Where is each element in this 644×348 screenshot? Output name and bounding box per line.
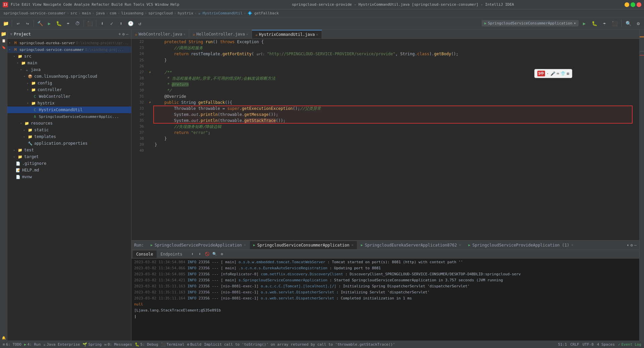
profile-btn[interactable]: ⏱ bbox=[73, 19, 82, 28]
status-build[interactable]: ⚙ Build bbox=[187, 342, 202, 347]
endpoints-tab[interactable]: Endpoints bbox=[157, 251, 186, 258]
git-revert-btn[interactable]: ↺ bbox=[136, 19, 144, 28]
run-tab-eureka-close[interactable]: × bbox=[459, 243, 461, 247]
stop-app-btn[interactable]: ⬛ bbox=[610, 19, 619, 28]
tree-item-consumer[interactable]: ▾ M springcloud-service-consummer D:\xin… bbox=[7, 46, 131, 53]
notifications-icon[interactable]: 🔔 bbox=[1, 335, 7, 341]
ime-grid[interactable]: ⊞ bbox=[567, 71, 569, 76]
menu-edit[interactable]: Edit bbox=[22, 2, 31, 7]
menu-run[interactable]: Run bbox=[124, 2, 131, 7]
bc-java[interactable]: java bbox=[96, 11, 105, 15]
status-messages[interactable]: ✉ 0: Messages bbox=[104, 342, 132, 347]
debug-app-btn[interactable]: 🐛 bbox=[590, 19, 599, 28]
menu-vcs[interactable]: VCS bbox=[146, 2, 153, 7]
tree-item-hystrix[interactable]: ▾ 📁 hystrix bbox=[7, 100, 131, 107]
tree-item-java[interactable]: ▾ ☕ java bbox=[7, 66, 131, 73]
tab-webcontroller[interactable]: ☕ WebController.java × bbox=[131, 30, 189, 39]
console-filter-btn[interactable]: 🔍 bbox=[211, 251, 218, 258]
console-content[interactable]: 2023-03-02 11:34:54.004 INFO 23356 --- [… bbox=[131, 259, 639, 341]
stop-btn[interactable]: ⬛ bbox=[86, 19, 94, 28]
status-event-log[interactable]: ✓ Event Log bbox=[618, 342, 641, 347]
git-push-btn[interactable]: ⬆ bbox=[117, 19, 125, 28]
tree-item-webcontroller[interactable]: C WebController bbox=[7, 93, 131, 100]
maximize-button[interactable] bbox=[631, 2, 635, 7]
tree-item-mvnw[interactable]: 📄 mvnw bbox=[7, 173, 131, 180]
tree-item-hystrixcommandutil[interactable]: C HystrixCommandUtil bbox=[7, 107, 131, 113]
ime-skin[interactable]: 👕 bbox=[560, 71, 566, 76]
run-tab-provide2-close[interactable]: × bbox=[571, 243, 573, 247]
menu-tools[interactable]: Tools bbox=[133, 2, 144, 7]
project-icon[interactable]: 📁 bbox=[1, 31, 7, 37]
console-scroll-btn[interactable]: ⬇ bbox=[197, 251, 203, 258]
bc-src[interactable]: src bbox=[70, 11, 77, 15]
console-clear-btn[interactable]: 🚫 bbox=[204, 251, 211, 258]
tab-hystrixcommandutil[interactable]: ☕ HystrixCommandUtil.java × bbox=[252, 30, 322, 39]
tree-item-resources[interactable]: ▾ 📁 resources bbox=[7, 120, 131, 127]
git-commit-btn[interactable]: ✓ bbox=[107, 19, 116, 28]
run-tab-eureka[interactable]: ▶ SpringcloudEurekaServerApplication8762… bbox=[358, 241, 465, 249]
run-tab-hide[interactable]: — bbox=[634, 243, 637, 248]
bc-method[interactable]: 💠 getFallback bbox=[248, 11, 279, 15]
tree-item-package[interactable]: ▾ 📦 com.lixuanhong.springcloud bbox=[7, 73, 131, 80]
console-scroll-top-btn[interactable]: ⬆ bbox=[189, 251, 196, 258]
run-tab-provide[interactable]: ▶ SpringcloudServiceProvideApplication × bbox=[147, 241, 249, 249]
run-tab-consumer[interactable]: ▶ SpringcloudServiceConsummerApplication… bbox=[250, 241, 357, 249]
bc-springcloud[interactable]: springcloud bbox=[148, 11, 173, 15]
bc-hystrix[interactable]: hystrix bbox=[178, 11, 193, 15]
bc-project[interactable]: springcloud-service-consumer bbox=[3, 11, 65, 15]
undo-btn[interactable]: ↩ bbox=[14, 19, 22, 28]
menu-file[interactable]: File bbox=[11, 2, 20, 7]
menu-analyze[interactable]: Analyze bbox=[74, 2, 90, 7]
status-run[interactable]: ▶ 4: Run bbox=[24, 342, 41, 347]
tree-item-test[interactable]: ▸ 📁 test bbox=[7, 147, 131, 153]
menu-navigate[interactable]: Navigate bbox=[44, 2, 61, 7]
minimize-button[interactable] bbox=[625, 2, 629, 7]
bc-lixuanhong[interactable]: lixuanhong bbox=[121, 11, 143, 15]
menu-help[interactable]: Help bbox=[170, 2, 179, 7]
tree-item-main[interactable]: ▾ 📁 main bbox=[7, 60, 131, 66]
open-folder-btn[interactable]: 📁 bbox=[1, 19, 10, 28]
tree-item-gitignore[interactable]: 📄 .gitignore bbox=[7, 160, 131, 167]
run-tab-settings[interactable]: ⚙ bbox=[631, 243, 633, 248]
run-config-selector[interactable]: ▶ SpringcloudServiceConsummerApplication… bbox=[482, 20, 579, 26]
settings-btn[interactable]: ⚙ bbox=[634, 19, 643, 28]
status-spring[interactable]: 🌱 Spring bbox=[83, 342, 102, 347]
tree-item-main-class[interactable]: A SpringcloudServiceConsummerApplic... bbox=[7, 113, 131, 120]
redo-btn[interactable]: ↪ bbox=[23, 19, 32, 28]
debug-btn[interactable]: 🐛 bbox=[54, 19, 63, 28]
tree-item-templates[interactable]: ▸ 📁 templates bbox=[7, 133, 131, 140]
tree-item-properties[interactable]: ▸ 🔧 application.properties bbox=[7, 140, 131, 147]
tree-item-src[interactable]: ▾ 📁 src bbox=[7, 53, 131, 60]
tab-hellocontroller-close[interactable]: × bbox=[246, 32, 248, 36]
menu-refactor[interactable]: Refactor bbox=[92, 2, 109, 7]
tree-item-controller[interactable]: ▾ 📁 controller bbox=[7, 86, 131, 93]
tab-hellocontroller[interactable]: ☕ HelloController.java × bbox=[189, 30, 252, 39]
project-collapse-btn[interactable]: — bbox=[126, 32, 128, 37]
run-tab-provide-close[interactable]: × bbox=[244, 243, 246, 247]
menu-build[interactable]: Build bbox=[111, 2, 122, 7]
status-terminal[interactable]: ⬛ Terminal bbox=[161, 342, 184, 347]
status-encoding[interactable]: UTF-8 bbox=[583, 342, 594, 347]
console-settings-btn[interactable]: ⚙ bbox=[219, 251, 225, 258]
tree-item-helpmd[interactable]: 📝 HELP.md bbox=[7, 167, 131, 173]
status-crlf[interactable]: CRLF bbox=[570, 342, 579, 347]
status-debug[interactable]: 🐛 5: Debug bbox=[135, 342, 158, 347]
bc-class[interactable]: ☕ HystrixCommandUtil bbox=[198, 11, 243, 15]
tree-item-target[interactable]: ▸ 📁 target bbox=[7, 153, 131, 160]
console-tab[interactable]: Console bbox=[133, 251, 157, 258]
tab-webcontroller-close[interactable]: × bbox=[183, 32, 185, 36]
menu-view[interactable]: View bbox=[33, 2, 42, 7]
git-history-btn[interactable]: 🕐 bbox=[126, 19, 135, 28]
tree-item-config[interactable]: ▸ 📁 config bbox=[7, 80, 131, 86]
status-position[interactable]: 51:1 bbox=[558, 342, 567, 347]
bookmarks-icon[interactable]: 🔖 bbox=[1, 44, 7, 50]
tree-item-eureka[interactable]: ▾ M springcloud-eureka-server D:\xinchen… bbox=[7, 40, 131, 46]
tab-hystrixcommandutil-close[interactable]: × bbox=[316, 33, 318, 37]
tree-item-static[interactable]: ▸ 📁 static bbox=[7, 127, 131, 133]
menu-window[interactable]: Window bbox=[155, 2, 168, 7]
status-java-enterprise[interactable]: ☕ Java Enterprise bbox=[43, 342, 80, 347]
find-btn[interactable]: 🔍 bbox=[624, 19, 633, 28]
code-editor[interactable]: S中 · 🎤 ⌨ 👕 ⊞ 22 protected String run() t… bbox=[131, 39, 639, 240]
project-settings-btn[interactable]: ⚙ bbox=[122, 32, 125, 37]
bc-com[interactable]: com bbox=[110, 11, 116, 15]
